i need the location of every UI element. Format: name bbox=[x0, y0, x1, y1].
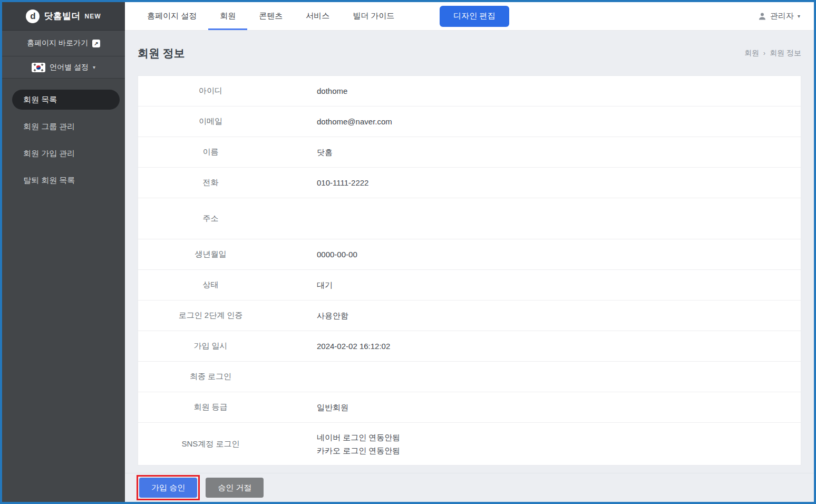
row-label: 생년월일 bbox=[138, 239, 283, 269]
annotation-highlight-box: 가입 승인 bbox=[137, 475, 200, 500]
table-row-birthdate: 생년월일 0000-00-00 bbox=[138, 239, 801, 270]
breadcrumb-parent[interactable]: 회원 bbox=[744, 49, 759, 58]
table-row-phone: 전화 010-1111-2222 bbox=[138, 168, 801, 198]
table-row-sns-login: SNS계정 로그인 네이버 로그인 연동안됨 카카오 로그인 연동안됨 bbox=[138, 423, 801, 465]
main-area: 홈페이지 설정 회원 콘텐츠 서비스 빌더 가이드 디자인 편집 관리자 ▾ 회… bbox=[125, 2, 814, 502]
row-label: 이름 bbox=[138, 137, 283, 167]
sidebar-item-label: 회원 목록 bbox=[23, 95, 57, 105]
language-setting-dropdown[interactable]: 언어별 설정 ▾ bbox=[2, 56, 125, 79]
admin-label: 관리자 bbox=[770, 11, 794, 21]
row-value bbox=[283, 362, 801, 392]
table-row-email: 이메일 dothome@naver.com bbox=[138, 106, 801, 137]
page-title: 회원 정보 bbox=[138, 46, 185, 61]
top-navigation: 홈페이지 설정 회원 콘텐츠 서비스 빌더 가이드 디자인 편집 관리자 ▾ bbox=[125, 2, 814, 31]
row-label: 회원 등급 bbox=[138, 392, 283, 422]
row-label: 로그인 2단계 인증 bbox=[138, 301, 283, 331]
top-tabs: 홈페이지 설정 회원 콘텐츠 서비스 빌더 가이드 bbox=[135, 2, 406, 30]
row-value: dothome@naver.com bbox=[283, 106, 801, 137]
sidebar: d 닷홈빌더 NEW 홈페이지 바로가기 ↗ 언어별 설정 ▾ 회원 목록 bbox=[2, 2, 125, 502]
row-value: 0000-00-00 bbox=[283, 239, 801, 269]
tab-services[interactable]: 서비스 bbox=[294, 2, 341, 30]
row-value: 010-1111-2222 bbox=[283, 168, 801, 198]
sidebar-item-member-group[interactable]: 회원 그룹 관리 bbox=[12, 117, 120, 137]
sidebar-item-label: 회원 그룹 관리 bbox=[23, 122, 75, 132]
row-label: 상태 bbox=[138, 270, 283, 300]
sidebar-menu: 회원 목록 회원 그룹 관리 회원 가입 관리 탈퇴 회원 목록 bbox=[2, 79, 125, 197]
breadcrumb-current: 회원 정보 bbox=[770, 49, 801, 58]
sidebar-item-member-list[interactable]: 회원 목록 bbox=[12, 90, 120, 110]
chevron-down-icon: ▾ bbox=[93, 64, 95, 70]
tab-builder-guide[interactable]: 빌더 가이드 bbox=[341, 2, 406, 30]
breadcrumb-separator-icon: › bbox=[763, 50, 765, 57]
row-value bbox=[283, 198, 801, 239]
table-row-address: 주소 bbox=[138, 198, 801, 239]
homepage-shortcut-link[interactable]: 홈페이지 바로가기 ↗ bbox=[2, 31, 125, 56]
content: 회원 정보 회원 › 회원 정보 아이디 dothome 이메일 dothome… bbox=[125, 31, 814, 473]
admin-user-menu[interactable]: 관리자 ▾ bbox=[758, 2, 800, 30]
page-header: 회원 정보 회원 › 회원 정보 bbox=[138, 31, 801, 75]
brand-name: 닷홈빌더 bbox=[44, 10, 80, 22]
row-label: 이메일 bbox=[138, 106, 283, 137]
chevron-down-icon: ▾ bbox=[798, 13, 800, 19]
table-row-join-date: 가입 일시 2024-02-02 16:12:02 bbox=[138, 331, 801, 362]
brand-badge: NEW bbox=[85, 13, 101, 20]
row-label: 주소 bbox=[138, 198, 283, 239]
tab-contents[interactable]: 콘텐츠 bbox=[247, 2, 294, 30]
language-setting-label: 언어별 설정 bbox=[50, 63, 89, 72]
sidebar-item-label: 탈퇴 회원 목록 bbox=[23, 176, 75, 186]
row-label: 아이디 bbox=[138, 76, 283, 106]
table-row-member-grade: 회원 등급 일반회원 bbox=[138, 392, 801, 423]
dothome-logo-icon: d bbox=[26, 9, 40, 23]
row-label: 가입 일시 bbox=[138, 331, 283, 361]
table-row-id: 아이디 dothome bbox=[138, 76, 801, 106]
row-value: 닷홈 bbox=[283, 137, 801, 167]
design-edit-button[interactable]: 디자인 편집 bbox=[440, 6, 509, 27]
sidebar-item-withdrawn-members[interactable]: 탈퇴 회원 목록 bbox=[12, 170, 120, 190]
table-row-name: 이름 닷홈 bbox=[138, 137, 801, 168]
sidebar-item-member-join[interactable]: 회원 가입 관리 bbox=[12, 143, 120, 163]
sidebar-item-label: 회원 가입 관리 bbox=[23, 149, 75, 159]
row-value: 사용안함 bbox=[283, 301, 801, 331]
row-value: 2024-02-02 16:12:02 bbox=[283, 331, 801, 361]
member-info-card: 아이디 dothome 이메일 dothome@naver.com 이름 닷홈 … bbox=[138, 75, 801, 466]
tab-members[interactable]: 회원 bbox=[208, 2, 247, 30]
reject-join-button[interactable]: 승인 거절 bbox=[206, 478, 264, 498]
table-row-two-factor: 로그인 2단계 인증 사용안함 bbox=[138, 301, 801, 331]
breadcrumb: 회원 › 회원 정보 bbox=[744, 49, 801, 58]
row-label: 최종 로그인 bbox=[138, 362, 283, 392]
row-value: 일반회원 bbox=[283, 392, 801, 422]
approve-join-button[interactable]: 가입 승인 bbox=[139, 478, 197, 498]
row-value: dothome bbox=[283, 76, 801, 106]
korea-flag-icon bbox=[32, 63, 45, 72]
footer-actions: 가입 승인 승인 거절 bbox=[125, 473, 814, 502]
row-value: 대기 bbox=[283, 270, 801, 300]
sns-naver-status: 네이버 로그인 연동안됨 bbox=[317, 431, 801, 444]
external-link-icon: ↗ bbox=[92, 40, 100, 47]
row-label: SNS계정 로그인 bbox=[138, 423, 283, 465]
tab-homepage-settings[interactable]: 홈페이지 설정 bbox=[135, 2, 208, 30]
row-label: 전화 bbox=[138, 168, 283, 198]
row-value: 네이버 로그인 연동안됨 카카오 로그인 연동안됨 bbox=[283, 423, 801, 465]
homepage-shortcut-label: 홈페이지 바로가기 bbox=[27, 38, 88, 48]
table-row-status: 상태 대기 bbox=[138, 270, 801, 301]
brand-logo[interactable]: d 닷홈빌더 NEW bbox=[2, 2, 125, 31]
user-icon bbox=[758, 12, 766, 21]
table-row-last-login: 최종 로그인 bbox=[138, 362, 801, 392]
sns-kakao-status: 카카오 로그인 연동안됨 bbox=[317, 444, 801, 457]
